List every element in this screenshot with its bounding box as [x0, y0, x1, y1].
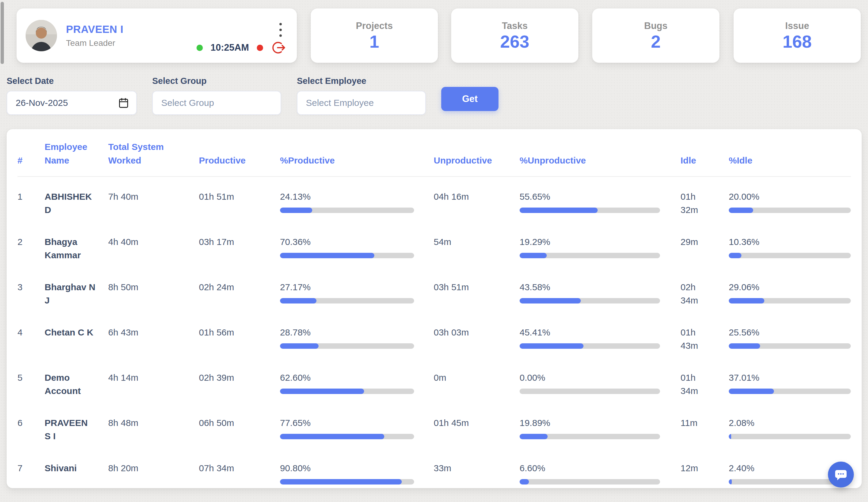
pct-unproductive-cell: 55.65%	[519, 190, 681, 222]
kebab-menu-icon[interactable]	[278, 21, 283, 39]
pct-idle-cell: 20.00%	[729, 190, 851, 222]
group-input[interactable]	[152, 91, 281, 115]
productive-time: 06h 50m	[199, 416, 280, 448]
pct-unproductive-value: 45.41%	[519, 326, 681, 339]
idle-progress-bar	[729, 298, 851, 303]
employee-name: Bharghav N J	[45, 281, 108, 312]
col-header-idle: Idle	[681, 153, 729, 167]
pct-unproductive-cell: 6.60%	[519, 462, 681, 488]
stat-label: Bugs	[644, 21, 668, 31]
col-header-total-worked: Total System Worked	[108, 140, 199, 167]
pct-idle-value: 25.56%	[729, 326, 851, 339]
pct-unproductive-cell: 19.89%	[519, 416, 681, 448]
pct-unproductive-value: 43.58%	[519, 281, 681, 294]
employee-name: PRAVEEN S I	[45, 416, 108, 448]
productive-progress-bar	[280, 389, 414, 394]
total-system-worked: 6h 43m	[108, 326, 199, 358]
col-header-productive: Productive	[199, 153, 280, 167]
col-header-unproductive: Unproductive	[434, 153, 519, 167]
table-body: 1 ABHISHEK D 7h 40m 01h 51m 24.13% 04h 1…	[18, 177, 851, 488]
unproductive-time: 01h 45m	[434, 416, 519, 448]
productive-progress-bar	[280, 479, 414, 484]
idle-progress-bar	[729, 343, 851, 349]
table-row: 7 Shivani 8h 20m 07h 34m 90.80% 33m 6.60…	[18, 448, 851, 488]
stat-card-issue[interactable]: Issue 168	[734, 8, 861, 63]
recording-status-dot	[257, 45, 263, 51]
left-scrollbar-thumb[interactable]	[1, 2, 4, 64]
total-system-worked: 8h 50m	[108, 281, 199, 312]
idle-progress-bar	[729, 389, 851, 394]
unproductive-progress-bar	[519, 479, 660, 484]
employee-name: Shivani	[45, 462, 108, 488]
logout-icon[interactable]	[271, 40, 287, 56]
pct-productive-cell: 27.17%	[280, 281, 434, 312]
pct-productive-value: 70.36%	[280, 235, 434, 249]
pct-productive-value: 62.60%	[280, 371, 434, 384]
col-header-pct-unproductive: %Unproductive	[519, 153, 681, 167]
productive-progress-bar	[280, 343, 414, 349]
chat-fab-button[interactable]	[828, 462, 854, 488]
pct-unproductive-value: 19.29%	[519, 235, 681, 249]
date-input[interactable]	[7, 91, 137, 115]
pct-unproductive-value: 0.00%	[519, 371, 681, 384]
user-role: Team Leader	[66, 38, 124, 48]
idle-time: 12m	[681, 462, 729, 488]
stat-card-projects[interactable]: Projects 1	[311, 8, 438, 63]
stat-card-tasks[interactable]: Tasks 263	[451, 8, 578, 63]
idle-time: 29m	[681, 235, 729, 267]
productive-progress-bar	[280, 298, 414, 303]
pct-idle-value: 37.01%	[729, 371, 851, 384]
get-button[interactable]: Get	[441, 87, 498, 111]
pct-unproductive-cell: 0.00%	[519, 371, 681, 403]
total-system-worked: 8h 48m	[108, 416, 199, 448]
user-card: PRAVEEN I Team Leader 10:25AM	[17, 8, 297, 63]
table-row: 6 PRAVEEN S I 8h 48m 06h 50m 77.65% 01h …	[18, 403, 851, 448]
pct-productive-value: 27.17%	[280, 281, 434, 294]
pct-idle-value: 10.36%	[729, 235, 851, 249]
table-header-row: # Employee Name Total System Worked Prod…	[18, 129, 851, 176]
pct-idle-value: 29.06%	[729, 281, 851, 294]
pct-productive-cell: 70.36%	[280, 235, 434, 267]
stat-label: Issue	[785, 21, 809, 31]
employee-name: Demo Account	[45, 371, 108, 403]
row-number: 1	[18, 190, 45, 222]
pct-unproductive-cell: 19.29%	[519, 235, 681, 267]
col-header-employee-name: Employee Name	[45, 140, 108, 167]
row-number: 2	[18, 235, 45, 267]
stat-value: 1	[370, 32, 379, 51]
pct-productive-cell: 24.13%	[280, 190, 434, 222]
unproductive-progress-bar	[519, 298, 660, 303]
unproductive-progress-bar	[519, 434, 660, 439]
productive-time: 07h 34m	[199, 462, 280, 488]
stat-label: Projects	[356, 21, 393, 31]
unproductive-time: 03h 51m	[434, 281, 519, 312]
pct-idle-value: 2.08%	[729, 416, 851, 430]
total-system-worked: 4h 14m	[108, 371, 199, 403]
row-number: 6	[18, 416, 45, 448]
pct-unproductive-value: 19.89%	[519, 416, 681, 430]
stat-card-bugs[interactable]: Bugs 2	[592, 8, 720, 63]
employee-input[interactable]	[297, 91, 426, 115]
unproductive-progress-bar	[519, 343, 660, 349]
unproductive-progress-bar	[519, 389, 660, 394]
stat-value: 2	[651, 32, 661, 51]
stat-value: 168	[783, 32, 812, 51]
row-number: 3	[18, 281, 45, 312]
idle-progress-bar	[729, 208, 851, 213]
pct-productive-cell: 28.78%	[280, 326, 434, 358]
pct-productive-cell: 77.65%	[280, 416, 434, 448]
productive-progress-bar	[280, 208, 414, 213]
pct-idle-cell: 29.06%	[729, 281, 851, 312]
productive-time: 01h 56m	[199, 326, 280, 358]
table-row: 2 Bhagya Kammar 4h 40m 03h 17m 70.36% 54…	[18, 222, 851, 267]
online-status-dot	[196, 45, 203, 51]
pct-unproductive-value: 55.65%	[519, 190, 681, 203]
select-group-label: Select Group	[152, 76, 281, 86]
pct-productive-cell: 90.80%	[280, 462, 434, 488]
productive-progress-bar	[280, 434, 414, 439]
pct-idle-value: 20.00%	[729, 190, 851, 203]
productive-time: 01h 51m	[199, 190, 280, 222]
pct-idle-cell: 25.56%	[729, 326, 851, 358]
unproductive-progress-bar	[519, 253, 660, 258]
idle-time: 11m	[681, 416, 729, 448]
